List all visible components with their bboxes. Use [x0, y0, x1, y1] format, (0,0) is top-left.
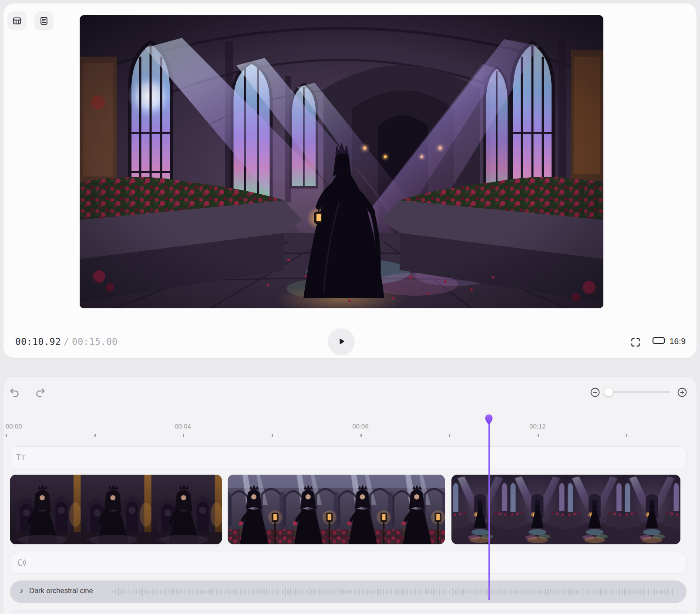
ruler-tick — [626, 434, 627, 437]
zoom-in-button[interactable] — [677, 387, 687, 398]
undo-icon — [9, 394, 21, 400]
video-clip-3[interactable] — [451, 475, 680, 544]
play-icon — [336, 336, 347, 348]
clip-2-thumbnails — [228, 475, 445, 544]
zoom-slider-track[interactable] — [605, 391, 670, 393]
fullscreen-icon — [630, 343, 641, 349]
ruler-tick — [6, 434, 7, 437]
clip-1-thumbnails — [10, 475, 222, 544]
current-time: 00:10.92 — [15, 337, 61, 347]
video-preview[interactable] — [80, 15, 603, 308]
voice-over-icon — [16, 557, 27, 570]
ruler-tick — [272, 434, 273, 437]
table-grid-icon — [12, 16, 22, 26]
music-track-label: Dark orchestral cine — [29, 587, 93, 595]
video-preview-art — [80, 15, 603, 308]
video-clip-1[interactable] — [10, 475, 222, 544]
zoom-slider-thumb[interactable] — [604, 388, 613, 396]
ruler-tick — [94, 434, 96, 437]
play-button[interactable] — [328, 328, 355, 355]
timecode-separator: / — [61, 337, 72, 347]
ruler-tick — [360, 434, 362, 437]
plus-circle-icon — [677, 392, 687, 399]
notes-view-button[interactable] — [34, 11, 54, 30]
fullscreen-button[interactable] — [630, 337, 641, 348]
playhead-pin[interactable] — [485, 414, 493, 427]
music-note-icon: ♪ — [20, 587, 24, 595]
voice-track[interactable] — [10, 552, 687, 574]
minus-circle-icon — [590, 392, 600, 399]
playhead-line[interactable] — [488, 423, 490, 600]
music-track[interactable]: ♪ Dark orchestral cine — [10, 580, 687, 603]
landscape-frame-icon — [652, 336, 665, 347]
ruler-label: 00:00 — [6, 422, 22, 430]
music-waveform — [112, 580, 678, 603]
redo-icon — [34, 394, 46, 400]
grid-view-button[interactable] — [7, 11, 27, 30]
aspect-ratio-control[interactable]: 16:9 — [652, 336, 686, 347]
text-tool-icon: Tт — [16, 453, 25, 462]
preview-panel: 00:10.92/00:15.00 16:9 — [3, 3, 697, 358]
zoom-out-button[interactable] — [590, 387, 600, 398]
timeline-ruler[interactable]: 00:00 00:04 00:08 00:12 — [0, 419, 700, 439]
ruler-tick — [183, 434, 184, 437]
redo-button[interactable] — [34, 387, 46, 399]
total-duration: 00:15.00 — [72, 337, 118, 347]
ruler-tick — [449, 434, 450, 437]
timecode: 00:10.92/00:15.00 — [15, 337, 118, 347]
aspect-ratio-label: 16:9 — [670, 337, 686, 346]
ruler-label: 00:04 — [175, 422, 191, 430]
undo-button[interactable] — [9, 387, 21, 399]
clip-3-thumbnails — [451, 475, 680, 544]
text-track[interactable]: Tт — [10, 446, 687, 469]
ruler-label: 00:12 — [529, 422, 546, 430]
app-window: 00:10.92/00:15.00 16:9 — [0, 0, 700, 614]
ruler-tick — [538, 434, 539, 437]
ruler-label: 00:08 — [352, 422, 369, 430]
video-clip-2[interactable] — [228, 475, 445, 544]
extra-track-partial[interactable] — [10, 611, 687, 614]
document-text-icon — [39, 16, 49, 26]
